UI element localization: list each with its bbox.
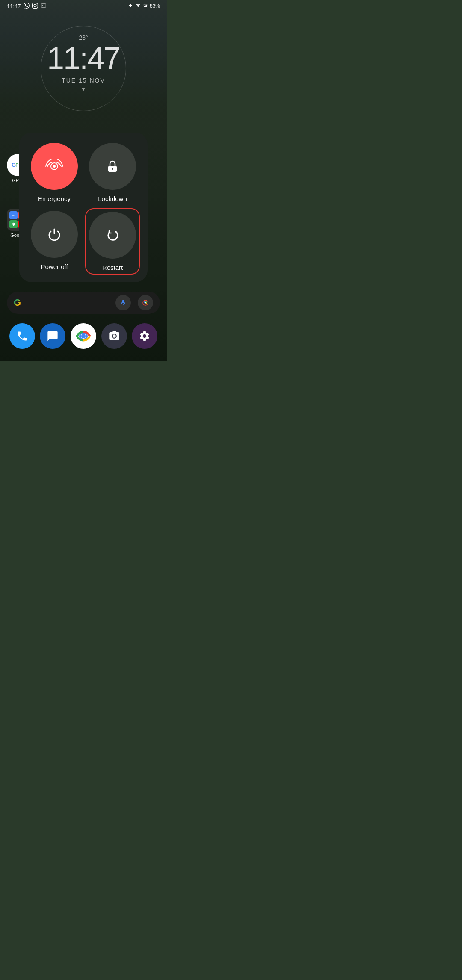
poweroff-circle xyxy=(31,211,78,258)
clock-time: 11:47 xyxy=(47,43,120,74)
status-time: 11:47 xyxy=(7,3,21,9)
status-left: 11:47 f xyxy=(7,3,47,9)
facebook-icon: f xyxy=(41,3,47,9)
svg-text:P: P xyxy=(16,162,19,168)
mic-button[interactable] xyxy=(116,295,131,310)
poweroff-button[interactable]: Power off xyxy=(30,211,79,272)
search-bar[interactable]: G xyxy=(7,292,160,314)
svg-point-8 xyxy=(112,168,113,170)
clock-caret: ▼ xyxy=(81,86,86,92)
svg-point-18 xyxy=(81,334,86,338)
svg-rect-4 xyxy=(144,6,145,7)
lockdown-button[interactable]: Lockdown xyxy=(88,143,137,202)
svg-text:G: G xyxy=(12,162,16,168)
instagram-icon xyxy=(32,3,38,9)
power-menu: Emergency Lockdown Power off xyxy=(19,133,148,282)
search-right-icons xyxy=(116,295,153,310)
emergency-button[interactable]: Emergency xyxy=(30,143,79,202)
dock-settings[interactable] xyxy=(132,323,157,349)
lens-button[interactable] xyxy=(138,295,153,310)
svg-rect-3 xyxy=(145,6,146,8)
dock-camera[interactable] xyxy=(101,323,127,349)
temperature: 23° xyxy=(79,34,88,41)
emergency-label: Emergency xyxy=(38,195,71,202)
dock-messages[interactable] xyxy=(40,323,65,349)
google-g-icon: G xyxy=(14,297,21,308)
restart-label: Restart xyxy=(102,264,123,271)
emergency-circle xyxy=(31,143,78,190)
svg-point-6 xyxy=(53,165,56,168)
svg-point-14 xyxy=(145,302,146,304)
whatsapp-icon xyxy=(24,3,30,9)
dock-phone[interactable] xyxy=(9,323,35,349)
dock-chrome[interactable] xyxy=(71,323,96,349)
restart-circle xyxy=(89,212,136,259)
status-right: 83% xyxy=(128,3,160,9)
vibrate-icon xyxy=(128,3,133,9)
signal-icon xyxy=(143,3,148,9)
svg-rect-2 xyxy=(146,5,147,7)
lockdown-label: Lockdown xyxy=(98,195,127,202)
lockdown-circle xyxy=(89,143,136,190)
wifi-icon xyxy=(135,3,141,9)
dock xyxy=(7,320,160,352)
battery-percent: 83% xyxy=(150,3,160,9)
svg-text:f: f xyxy=(42,4,43,7)
clock-date: TUE 15 NOV xyxy=(62,77,105,84)
restart-button[interactable]: Restart xyxy=(85,208,140,275)
status-bar: 11:47 f xyxy=(0,0,167,12)
clock-area: 23° 11:47 TUE 15 NOV ▼ xyxy=(0,34,167,92)
poweroff-label: Power off xyxy=(41,263,68,270)
